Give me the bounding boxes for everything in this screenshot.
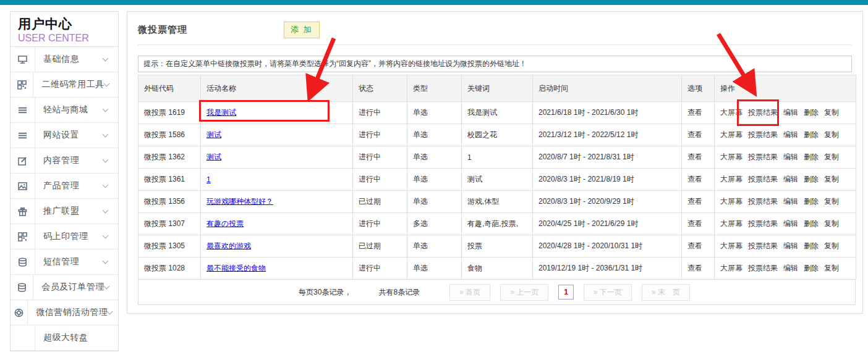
last-page-button[interactable]: » 末 页	[642, 284, 690, 301]
sidebar-item-9[interactable]: 会员及订单管理	[11, 275, 118, 300]
big-screen-link[interactable]: 大屏幕	[720, 153, 742, 161]
copy-link[interactable]: 复制	[824, 219, 839, 228]
sidebar-item-11[interactable]: 超级大转盘	[11, 325, 118, 351]
sidebar-item-7[interactable]: 码上印管理	[11, 224, 118, 249]
col-header-type: 类型	[407, 75, 462, 102]
activity-name-link[interactable]: 我是测试	[206, 108, 236, 117]
view-link[interactable]: 查看	[682, 213, 715, 235]
view-link[interactable]: 查看	[682, 169, 715, 191]
big-screen-link[interactable]: 大屏幕	[720, 264, 742, 272]
cell-code: 微投票 1307	[138, 213, 201, 235]
cell-actions: 大屏幕投票结果编辑删除复制	[715, 169, 856, 191]
cell-actions: 大屏幕投票结果编辑删除复制	[715, 146, 856, 169]
activity-name-link[interactable]: 测试	[206, 130, 221, 139]
copy-link[interactable]: 复制	[824, 153, 839, 161]
edit-link[interactable]: 编辑	[783, 108, 798, 117]
view-link[interactable]: 查看	[682, 102, 715, 124]
vote-result-link[interactable]: 投票结果	[748, 175, 778, 183]
big-screen-link[interactable]: 大屏幕	[720, 108, 742, 117]
cell-status: 已过期	[353, 191, 407, 213]
cell-type: 单选	[407, 102, 462, 124]
cell-actions: 大屏幕投票结果编辑删除复制	[715, 191, 856, 213]
vote-result-link[interactable]: 投票结果	[748, 130, 778, 139]
big-screen-link[interactable]: 大屏幕	[720, 130, 742, 139]
vote-result-link[interactable]: 投票结果	[748, 153, 778, 161]
add-button[interactable]: 添 加	[284, 22, 320, 38]
sidebar-header: 用户中心 USER CENTER	[11, 12, 118, 47]
sidebar-item-3[interactable]: 网站设置	[11, 123, 118, 148]
view-link[interactable]: 查看	[682, 235, 715, 258]
sidebar-subtitle: USER CENTER	[18, 32, 118, 44]
cell-status: 进行中	[353, 213, 407, 235]
sidebar-item-1[interactable]: 二维码常用工具	[11, 72, 118, 98]
delete-link[interactable]: 删除	[804, 130, 819, 139]
edit-link[interactable]: 编辑	[783, 130, 798, 139]
delete-link[interactable]: 删除	[804, 153, 819, 161]
cell-status: 已过期	[353, 235, 407, 258]
activity-name-link[interactable]: 有趣の投票	[206, 219, 244, 228]
big-screen-link[interactable]: 大屏幕	[720, 219, 742, 228]
delete-link[interactable]: 删除	[804, 108, 819, 117]
vote-result-link[interactable]: 投票结果	[748, 108, 778, 117]
edit-link[interactable]: 编辑	[783, 197, 798, 206]
vote-result-link[interactable]: 投票结果	[748, 219, 778, 228]
delete-link[interactable]: 删除	[804, 264, 819, 272]
cell-activity-name: 玩游戏哪种体型好？	[201, 191, 353, 213]
sidebar-item-6[interactable]: 推广联盟	[11, 199, 118, 224]
edit-link[interactable]: 编辑	[783, 241, 798, 250]
cell-actions: 大屏幕投票结果编辑删除复制	[715, 235, 856, 258]
delete-link[interactable]: 删除	[804, 197, 819, 206]
big-screen-link[interactable]: 大屏幕	[720, 241, 742, 250]
cell-code: 微投票 1586	[138, 124, 201, 146]
activity-name-link[interactable]: 最不能接受的食物	[206, 264, 266, 272]
cell-keywords: 食物	[462, 258, 533, 280]
sidebar-item-0[interactable]: 基础信息	[11, 47, 118, 72]
copy-link[interactable]: 复制	[824, 264, 839, 272]
chevron-down-icon	[103, 224, 118, 249]
menu-icon	[11, 123, 35, 148]
delete-link[interactable]: 删除	[804, 241, 819, 250]
activity-name-link[interactable]: 测试	[206, 153, 221, 161]
sidebar-item-10[interactable]: 微信营销活动管理	[11, 300, 118, 325]
vote-result-link[interactable]: 投票结果	[748, 241, 778, 250]
view-link[interactable]: 查看	[682, 146, 715, 169]
copy-link[interactable]: 复制	[824, 108, 839, 117]
table-row: 微投票 1305 最喜欢的游戏 已过期 单选 投票 2020/4/28 1时 -…	[138, 235, 856, 258]
prev-page-button[interactable]: » 上一页	[500, 284, 548, 301]
qr-code-icon	[11, 224, 35, 249]
big-screen-link[interactable]: 大屏幕	[720, 197, 742, 206]
cell-start-time: 2020/4/25 1时 - 2021/6/29 1时	[533, 213, 682, 235]
top-accent-bar	[0, 0, 868, 5]
edit-link[interactable]: 编辑	[783, 153, 798, 161]
view-link[interactable]: 查看	[682, 124, 715, 146]
cell-actions: 大屏幕投票结果编辑删除复制	[715, 102, 856, 124]
sidebar-item-2[interactable]: 轻站与商城	[11, 98, 118, 123]
sidebar-item-5[interactable]: 产品管理	[11, 174, 118, 199]
first-page-button[interactable]: » 首页	[449, 284, 490, 301]
view-link[interactable]: 查看	[682, 258, 715, 280]
vote-result-link[interactable]: 投票结果	[748, 197, 778, 206]
cell-type: 多选	[407, 213, 462, 235]
copy-link[interactable]: 复制	[824, 241, 839, 250]
sidebar-item-4[interactable]: 内容管理	[11, 148, 118, 174]
edit-link[interactable]: 编辑	[783, 219, 798, 228]
cell-code: 微投票 1028	[138, 258, 201, 280]
col-header-options: 选项	[682, 75, 715, 102]
next-page-button[interactable]: » 下一页	[584, 284, 632, 301]
copy-link[interactable]: 复制	[824, 130, 839, 139]
activity-name-link[interactable]: 玩游戏哪种体型好？	[206, 197, 273, 206]
delete-link[interactable]: 删除	[804, 219, 819, 228]
copy-link[interactable]: 复制	[824, 197, 839, 206]
activity-name-link[interactable]: 最喜欢的游戏	[206, 241, 251, 250]
view-link[interactable]: 查看	[682, 191, 715, 213]
sidebar-item-8[interactable]: 短信管理	[11, 249, 118, 275]
edit-link[interactable]: 编辑	[783, 175, 798, 183]
big-screen-link[interactable]: 大屏幕	[720, 175, 742, 183]
copy-link[interactable]: 复制	[824, 175, 839, 183]
edit-icon	[11, 148, 35, 173]
cell-activity-name: 有趣の投票	[201, 213, 353, 235]
vote-result-link[interactable]: 投票结果	[748, 264, 778, 272]
activity-name-link[interactable]: 1	[206, 175, 211, 184]
delete-link[interactable]: 删除	[804, 175, 819, 183]
edit-link[interactable]: 编辑	[783, 264, 798, 272]
